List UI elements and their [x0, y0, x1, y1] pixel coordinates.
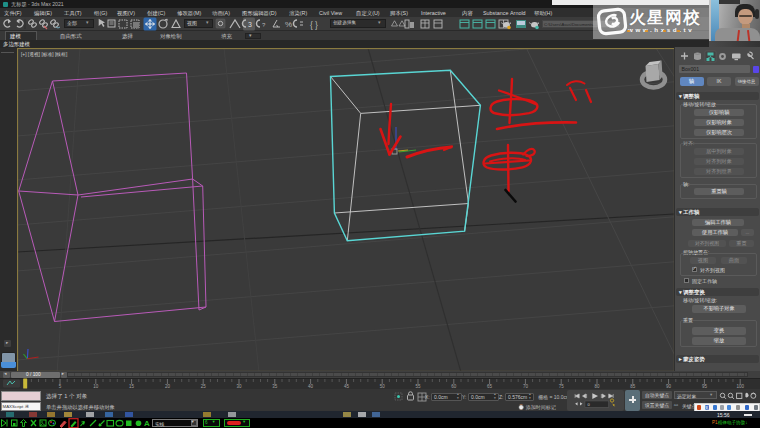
- svg-text:70: 70: [523, 384, 529, 389]
- svg-text:{: {: [310, 20, 313, 30]
- svg-text:45: 45: [344, 384, 350, 389]
- svg-text:100: 100: [736, 384, 744, 389]
- svg-text:95: 95: [702, 384, 708, 389]
- svg-text:A: A: [144, 419, 150, 428]
- svg-text:85: 85: [630, 384, 636, 389]
- svg-text:25: 25: [201, 384, 207, 389]
- svg-text:60: 60: [451, 384, 457, 389]
- svg-text:35: 35: [272, 384, 278, 389]
- svg-text:40: 40: [308, 384, 314, 389]
- svg-text:90: 90: [666, 384, 672, 389]
- svg-text:}: }: [315, 20, 318, 30]
- svg-text:80: 80: [594, 384, 600, 389]
- svg-text:15: 15: [129, 384, 135, 389]
- svg-text:?: ?: [262, 22, 266, 28]
- svg-text:10: 10: [93, 384, 99, 389]
- svg-text:50: 50: [380, 384, 386, 389]
- svg-text:3: 3: [248, 21, 252, 28]
- svg-text:65: 65: [487, 384, 493, 389]
- svg-text:30: 30: [236, 384, 242, 389]
- svg-text:55: 55: [415, 384, 421, 389]
- svg-text:5: 5: [59, 384, 62, 389]
- svg-text:%: %: [285, 20, 292, 29]
- svg-text:75: 75: [559, 384, 565, 389]
- svg-text:20: 20: [165, 384, 171, 389]
